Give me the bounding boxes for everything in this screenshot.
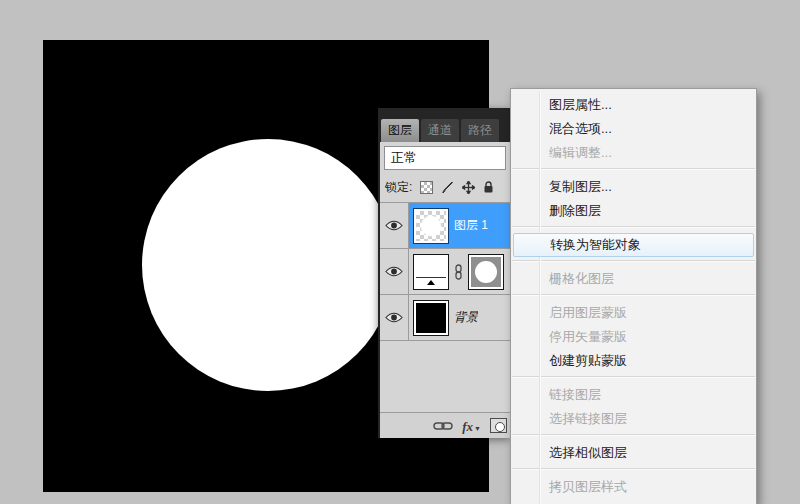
menu-item-copy-layer-style: 拷贝图层样式 bbox=[511, 475, 756, 499]
visibility-toggle[interactable] bbox=[380, 295, 409, 340]
move-lock-icon[interactable] bbox=[462, 181, 475, 194]
menu-separator bbox=[512, 226, 755, 227]
layer-row-background[interactable]: 背景 bbox=[380, 295, 510, 341]
menu-separator bbox=[512, 468, 755, 469]
blend-mode-select[interactable]: 正常 bbox=[384, 146, 506, 170]
mask-link-icon[interactable] bbox=[454, 264, 463, 280]
add-layer-mask-icon[interactable] bbox=[490, 418, 507, 433]
layer-context-menu: 图层属性... 混合选项... 编辑调整... 复制图层... 删除图层 转换为… bbox=[510, 88, 757, 504]
transparency-lock-icon[interactable] bbox=[420, 181, 433, 194]
adjustment-layer-thumbnail[interactable] bbox=[413, 254, 449, 290]
layer-thumbnail[interactable] bbox=[413, 208, 449, 244]
eye-icon bbox=[385, 266, 403, 277]
lock-label: 锁定: bbox=[385, 179, 412, 196]
layer-mask-thumbnail[interactable] bbox=[468, 254, 504, 290]
lock-all-icon[interactable] bbox=[483, 181, 494, 194]
mask-circle bbox=[475, 261, 497, 283]
menu-item-convert-to-smart-object[interactable]: 转换为智能对象 bbox=[513, 233, 754, 257]
layer-name[interactable]: 背景 bbox=[454, 309, 478, 326]
menu-item-link-layers: 链接图层 bbox=[511, 383, 756, 407]
menu-separator bbox=[512, 294, 755, 295]
tab-paths[interactable]: 路径 bbox=[461, 119, 499, 142]
menu-item-blending-options[interactable]: 混合选项... bbox=[511, 117, 756, 141]
menu-item-rasterize-layer: 栅格化图层 bbox=[511, 267, 756, 291]
white-circle-shape bbox=[142, 139, 394, 391]
layer-thumbnail[interactable] bbox=[413, 300, 449, 336]
layers-panel: 图层 通道 路径 正常 锁定: bbox=[378, 108, 510, 438]
menu-separator bbox=[512, 434, 755, 435]
menu-item-edit-adjustment: 编辑调整... bbox=[511, 141, 756, 165]
layer-list: 图层 1 bbox=[380, 202, 510, 341]
tab-channels[interactable]: 通道 bbox=[421, 119, 459, 142]
menu-separator bbox=[512, 376, 755, 377]
layer-row-layer1[interactable]: 图层 1 bbox=[380, 203, 510, 249]
layer-style-fx-icon[interactable]: fx▼ bbox=[462, 417, 481, 435]
panel-tab-bar: 图层 通道 路径 bbox=[378, 108, 510, 142]
menu-item-enable-layer-mask: 启用图层蒙版 bbox=[511, 301, 756, 325]
photoshop-workspace: 图层 通道 路径 正常 锁定: bbox=[0, 0, 800, 504]
brush-lock-icon[interactable] bbox=[441, 181, 454, 194]
layer-name[interactable]: 图层 1 bbox=[454, 217, 488, 234]
menu-item-disable-vector-mask: 停用矢量蒙版 bbox=[511, 325, 756, 349]
menu-item-create-clipping-mask[interactable]: 创建剪贴蒙版 bbox=[511, 349, 756, 373]
menu-separator bbox=[512, 168, 755, 169]
link-layers-icon[interactable] bbox=[433, 421, 453, 431]
lock-options-row: 锁定: bbox=[380, 174, 510, 200]
tab-layers[interactable]: 图层 bbox=[381, 119, 419, 142]
menu-item-delete-layer[interactable]: 删除图层 bbox=[511, 199, 756, 223]
eye-icon bbox=[385, 220, 403, 231]
layer-row-adjustment[interactable] bbox=[380, 249, 510, 295]
layers-panel-content: 正常 锁定: bbox=[380, 142, 510, 438]
menu-separator bbox=[512, 260, 755, 261]
visibility-toggle[interactable] bbox=[380, 203, 409, 248]
menu-item-layer-properties[interactable]: 图层属性... bbox=[511, 93, 756, 117]
panel-bottom-bar: fx▼ bbox=[380, 412, 510, 438]
menu-item-select-linked-layers: 选择链接图层 bbox=[511, 407, 756, 431]
eye-icon bbox=[385, 312, 403, 323]
thumbnail-circle bbox=[421, 216, 441, 236]
levels-slider-icon bbox=[416, 277, 446, 287]
visibility-toggle[interactable] bbox=[380, 249, 409, 294]
menu-item-select-similar-layers[interactable]: 选择相似图层 bbox=[511, 441, 756, 465]
menu-item-duplicate-layer[interactable]: 复制图层... bbox=[511, 175, 756, 199]
